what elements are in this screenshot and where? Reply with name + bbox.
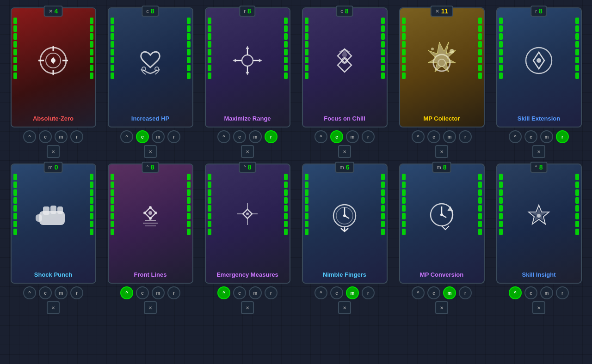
cat-btn-m-active[interactable]: m [346, 286, 359, 299]
bar [575, 49, 579, 55]
cat-btn-r[interactable]: r [265, 286, 278, 299]
cat-btn-c[interactable]: c [233, 130, 246, 143]
cat-btn-x[interactable]: ✕ [144, 145, 157, 158]
cat-btn-x[interactable]: ✕ [47, 301, 60, 314]
cat-btn-m[interactable]: m [540, 286, 553, 299]
bar [499, 65, 503, 71]
cat-btn-c[interactable]: c [39, 130, 52, 143]
cat-btn-r[interactable]: r [167, 130, 180, 143]
cat-btn-m[interactable]: m [443, 130, 456, 143]
card-skill-extension[interactable]: r 8 [496, 7, 582, 127]
bar [402, 221, 406, 227]
bar [499, 197, 503, 204]
cat-btn-x[interactable]: ✕ [532, 145, 545, 158]
cat-btn-m[interactable]: m [249, 286, 262, 299]
diamond-circle-icon [520, 42, 557, 79]
svg-point-20 [536, 58, 541, 63]
cat-btn-caret[interactable]: ^ [120, 130, 133, 143]
cat-row-top: ^ c m r [120, 286, 180, 299]
cat-btn-m-active[interactable]: m [443, 286, 456, 299]
cat-btn-x[interactable]: ✕ [144, 301, 157, 314]
cat-btn-caret[interactable]: ^ [412, 286, 425, 299]
cost-badge: m 6 [335, 162, 354, 173]
card-maximize-range[interactable]: r 8 [205, 7, 290, 127]
cat-btn-c[interactable]: c [427, 130, 440, 143]
cat-btn-r[interactable]: r [556, 286, 569, 299]
cat-btn-r[interactable]: r [459, 286, 472, 299]
cat-btn-m[interactable]: m [346, 130, 359, 143]
bar [90, 65, 93, 71]
cat-btn-c[interactable]: c [524, 286, 537, 299]
diamond-star-icon [520, 198, 557, 235]
cat-btn-m[interactable]: m [249, 130, 262, 143]
cat-btn-r[interactable]: r [362, 130, 375, 143]
cat-btn-c[interactable]: c [136, 286, 149, 299]
card-front-lines[interactable]: ^ 8 [108, 164, 193, 284]
cat-btn-x[interactable]: ✕ [338, 145, 351, 158]
cat-btn-r[interactable]: r [167, 286, 180, 299]
side-bars-right [90, 174, 93, 235]
cat-btn-m[interactable]: m [540, 130, 553, 143]
cat-btn-c[interactable]: c [427, 286, 440, 299]
card-mp-conversion[interactable]: m 8 [399, 164, 485, 284]
bar [575, 205, 579, 212]
cat-btn-c-active[interactable]: c [330, 130, 343, 143]
cat-btn-caret[interactable]: ^ [23, 286, 36, 299]
bar [381, 229, 385, 235]
card-increased-hp[interactable]: c 8 [108, 7, 193, 127]
cat-btn-caret-active[interactable]: ^ [509, 286, 522, 299]
bar [575, 174, 579, 180]
cat-btn-x[interactable]: ✕ [47, 145, 60, 158]
cat-btn-m[interactable]: m [152, 286, 165, 299]
bar [381, 57, 385, 63]
bar [208, 221, 211, 227]
card-focus-on-chill[interactable]: c 8 [302, 7, 388, 127]
cost-badge: r 8 [530, 6, 547, 17]
cat-btn-x[interactable]: ✕ [241, 145, 254, 158]
cost-type: ^ [147, 164, 149, 170]
cat-btn-x[interactable]: ✕ [435, 301, 448, 314]
cat-row-top: ^ c m r [217, 130, 278, 143]
cat-btn-caret[interactable]: ^ [412, 130, 425, 143]
cat-btn-r[interactable]: r [70, 130, 83, 143]
cat-btn-c[interactable]: c [330, 286, 343, 299]
card-emergency-measures[interactable]: ^ 8 [205, 164, 290, 284]
cat-btn-r[interactable]: r [70, 286, 83, 299]
cost-value: 8 [248, 164, 252, 171]
cat-buttons-2: ^ c m r ✕ [120, 130, 180, 158]
cat-btn-r-active[interactable]: r [265, 130, 278, 143]
cat-btn-x[interactable]: ✕ [338, 301, 351, 314]
card-mp-collector[interactable]: ✕ 11 [399, 7, 485, 127]
card-nimble-fingers[interactable]: m 6 [302, 164, 388, 284]
cat-btn-r[interactable]: r [362, 286, 375, 299]
cost-type: ^ [244, 164, 246, 170]
cat-btn-c[interactable]: c [233, 286, 246, 299]
cat-btn-caret-active[interactable]: ^ [120, 286, 133, 299]
cat-btn-x[interactable]: ✕ [532, 301, 545, 314]
cat-btn-c-active[interactable]: c [136, 130, 149, 143]
bar [305, 65, 308, 71]
bar [478, 221, 482, 227]
cost-badge: ^ 8 [239, 162, 256, 173]
card-shock-punch[interactable]: m 0 [11, 164, 96, 284]
cat-row-bottom: ✕ [435, 301, 448, 314]
side-bars-left [111, 18, 114, 79]
cat-btn-r[interactable]: r [459, 130, 472, 143]
card-absolute-zero[interactable]: ✕ 4 [11, 7, 96, 127]
cat-btn-caret[interactable]: ^ [23, 130, 36, 143]
cat-btn-caret[interactable]: ^ [509, 130, 522, 143]
cat-btn-caret[interactable]: ^ [314, 130, 327, 143]
cat-btn-m[interactable]: m [55, 286, 68, 299]
card-skill-insight[interactable]: ^ 8 [496, 164, 582, 284]
cat-btn-caret[interactable]: ^ [314, 286, 327, 299]
cat-btn-x[interactable]: ✕ [241, 301, 254, 314]
cat-btn-r-active[interactable]: r [556, 130, 569, 143]
cat-btn-c[interactable]: c [39, 286, 52, 299]
cat-btn-x[interactable]: ✕ [435, 145, 448, 158]
cat-btn-caret-active[interactable]: ^ [217, 286, 230, 299]
cat-btn-m[interactable]: m [152, 130, 165, 143]
cat-btn-caret[interactable]: ^ [217, 130, 230, 143]
bar [111, 221, 114, 227]
cat-btn-m[interactable]: m [55, 130, 68, 143]
cat-btn-c[interactable]: c [524, 130, 537, 143]
